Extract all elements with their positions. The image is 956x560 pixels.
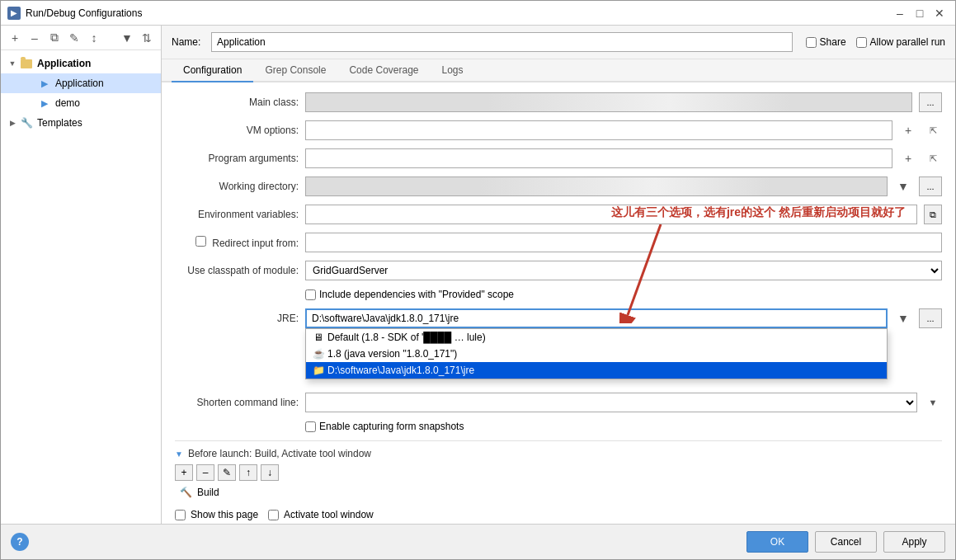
show-page-checkbox[interactable] <box>175 510 186 520</box>
edit-config-button[interactable]: ✎ <box>65 29 83 47</box>
working-dir-browse-button[interactable]: ... <box>919 176 942 196</box>
shorten-cmd-row: Shorten command line: ▼ <box>175 393 942 412</box>
allow-parallel-checkbox-label[interactable]: Allow parallel run <box>856 36 945 48</box>
enable-snapshots-row: Enable capturing form snapshots <box>175 421 942 432</box>
before-launch-edit-button[interactable]: ✎ <box>218 464 236 481</box>
tree-item-application[interactable]: ▶ Application <box>1 73 161 93</box>
working-dir-row: Working directory: ▼ ... <box>175 176 942 196</box>
sort-config-button[interactable]: ↕ <box>85 29 103 47</box>
env-vars-input[interactable] <box>305 205 917 224</box>
main-class-row: Main class: ... <box>175 92 942 112</box>
jre-folder-icon: 📁 <box>313 365 324 376</box>
jre-dropdown-arrow-button[interactable]: ▼ <box>894 309 912 327</box>
redirect-checkbox[interactable] <box>195 236 206 247</box>
dialog-icon: ▶ <box>7 7 21 20</box>
sidebar: + – ⧉ ✎ ↕ ▼ ⇅ ▼ Application <box>1 26 162 524</box>
bottom-bar: ? OK Cancel Apply <box>1 524 955 559</box>
tree-item-templates[interactable]: ▶ 🔧 Templates <box>1 113 161 133</box>
spacer-icon2 <box>24 96 37 110</box>
before-launch-down-button[interactable]: ↓ <box>261 464 279 481</box>
sort2-config-button[interactable]: ⇅ <box>138 29 156 47</box>
working-dir-label: Working directory: <box>175 181 299 192</box>
share-checkbox-label[interactable]: Share <box>806 36 846 48</box>
jre-input[interactable] <box>305 308 888 328</box>
filter-config-button[interactable]: ▼ <box>118 29 136 47</box>
shorten-cmd-label: Shorten command line: <box>175 397 299 408</box>
folder-icon <box>19 57 34 70</box>
main-class-input[interactable] <box>305 92 912 112</box>
shorten-cmd-select[interactable] <box>305 393 917 412</box>
minimize-button[interactable]: – <box>891 4 909 22</box>
use-classpath-label: Use classpath of module: <box>175 265 299 276</box>
activate-tool-window-checkbox[interactable] <box>268 510 279 520</box>
add-config-button[interactable]: + <box>6 29 24 47</box>
config-panel: Main class: ... VM options: + ⇱ <box>162 82 955 524</box>
include-deps-row: Include dependencies with "Provided" sco… <box>175 289 942 300</box>
program-args-plus-button[interactable]: + <box>899 149 917 167</box>
dialog-title: Run/Debug Configurations <box>26 7 142 19</box>
tab-configuration[interactable]: Configuration <box>172 59 253 82</box>
name-input[interactable] <box>211 32 793 52</box>
sidebar-toolbar: + – ⧉ ✎ ↕ ▼ ⇅ <box>1 26 161 50</box>
tab-grep-console[interactable]: Grep Console <box>253 59 337 82</box>
before-launch-collapse-icon[interactable]: ▼ <box>175 449 183 459</box>
shorten-cmd-info-button[interactable]: ▼ <box>924 393 942 412</box>
before-launch-section: ▼ Before launch: Build, Activate tool wi… <box>175 440 942 507</box>
program-args-expand-button[interactable]: ⇱ <box>924 149 942 167</box>
include-deps-checkbox-label[interactable]: Include dependencies with "Provided" sco… <box>305 289 514 300</box>
module-row: Use classpath of module: GridGuardServer <box>175 261 942 280</box>
jre-dropdown: 🖥 Default (1.8 - SDK of '████ … lule) ☕ … <box>305 328 888 379</box>
enable-snapshots-checkbox[interactable] <box>305 421 316 432</box>
jre-input-wrapper: 🖥 Default (1.8 - SDK of '████ … lule) ☕ … <box>305 308 888 328</box>
tab-logs[interactable]: Logs <box>431 59 475 82</box>
maximize-button[interactable]: □ <box>911 4 929 22</box>
module-select[interactable]: GridGuardServer <box>305 261 942 280</box>
before-launch-add-button[interactable]: + <box>175 464 193 481</box>
vm-options-plus-button[interactable]: + <box>899 121 917 139</box>
tree-root-label: Application <box>37 58 91 69</box>
share-checkbox[interactable] <box>806 37 817 48</box>
redirect-input[interactable] <box>305 233 942 252</box>
redirect-label: Redirect input from: <box>175 236 299 249</box>
ok-button[interactable]: OK <box>746 531 808 553</box>
section-toolbar: + – ✎ ↑ ↓ <box>175 464 942 481</box>
jre-dropdown-item-0[interactable]: 🖥 Default (1.8 - SDK of '████ … lule) <box>306 329 887 346</box>
working-dir-dropdown-button[interactable]: ▼ <box>894 177 912 195</box>
main-class-browse-button[interactable]: ... <box>919 92 942 112</box>
vm-options-input[interactable] <box>305 120 892 140</box>
jre-label: JRE: <box>175 313 299 324</box>
jre-dropdown-item-1[interactable]: ☕ 1.8 (java version "1.8.0_171") <box>306 346 887 362</box>
vm-options-expand-button[interactable]: ⇱ <box>924 121 942 139</box>
include-deps-checkbox[interactable] <box>305 289 316 300</box>
window-controls: – □ ✕ <box>891 4 949 22</box>
before-launch-remove-button[interactable]: – <box>196 464 214 481</box>
working-dir-input[interactable] <box>305 176 888 196</box>
tree-item-demo[interactable]: ▶ demo <box>1 93 161 113</box>
copy-config-button[interactable]: ⧉ <box>45 29 64 47</box>
vm-options-row: VM options: + ⇱ <box>175 120 942 140</box>
apply-button[interactable]: Apply <box>883 531 945 553</box>
jre-dropdown-item-2[interactable]: 📁 D:\software\Java\jdk1.8.0_171\jre <box>306 362 887 379</box>
tab-code-coverage[interactable]: Code Coverage <box>337 59 430 82</box>
build-item: 🔨 Build <box>175 484 942 501</box>
sidebar-tree: ▼ Application ▶ Application <box>1 50 161 524</box>
tree-item-label: Application <box>55 78 104 89</box>
title-bar-left: ▶ Run/Debug Configurations <box>7 7 142 20</box>
jre-row: JRE: 🖥 Default (1.8 - SDK of '████ … lul… <box>175 308 942 328</box>
program-args-label: Program arguments: <box>175 153 299 164</box>
share-row: Share Allow parallel run <box>806 36 945 48</box>
expand-icon: ▼ <box>6 57 19 70</box>
tree-root-application[interactable]: ▼ Application <box>1 54 161 73</box>
env-vars-browse-button[interactable]: ⧉ <box>924 205 942 224</box>
remove-config-button[interactable]: – <box>26 29 44 47</box>
help-icon[interactable]: ? <box>11 533 29 551</box>
enable-snapshots-checkbox-label[interactable]: Enable capturing form snapshots <box>305 421 464 432</box>
before-launch-up-button[interactable]: ↑ <box>239 464 257 481</box>
cancel-button[interactable]: Cancel <box>815 531 877 553</box>
program-args-input[interactable] <box>305 148 892 168</box>
close-button[interactable]: ✕ <box>930 4 949 22</box>
title-bar: ▶ Run/Debug Configurations – □ ✕ <box>1 1 955 26</box>
jre-browse-button[interactable]: ... <box>919 308 942 328</box>
allow-parallel-checkbox[interactable] <box>856 37 867 48</box>
run-debug-configurations-dialog: ▶ Run/Debug Configurations – □ ✕ + – ⧉ ✎… <box>0 0 956 560</box>
